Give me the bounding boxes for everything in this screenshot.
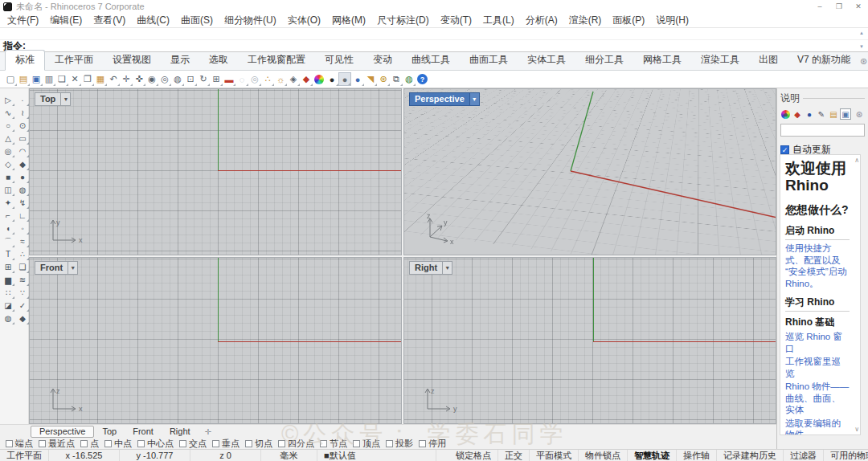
chevron-down-icon[interactable]: ▼ [470, 92, 480, 106]
snap-option[interactable]: 中点 [104, 438, 132, 450]
viewport-layout-icon[interactable]: ⊞ [210, 72, 223, 86]
help-content-item[interactable]: 欢迎使用 Rhino [785, 160, 850, 194]
new-file-icon[interactable]: ▢ [4, 72, 17, 86]
toolbar-tab[interactable]: 标准 [5, 50, 45, 71]
snap-checkbox[interactable] [6, 440, 13, 447]
menu-item[interactable]: 渲染(R) [563, 13, 608, 27]
hide-object-icon[interactable]: ◌ [235, 72, 248, 86]
status-cell[interactable]: 锁定格点 [449, 450, 498, 461]
weld-icon[interactable]: ◦ [16, 222, 29, 235]
snap-checkbox[interactable] [137, 440, 145, 447]
close-button[interactable]: ✕ [849, 0, 868, 13]
viewport-front[interactable]: Front ▼ z x [29, 257, 402, 424]
menu-item[interactable]: 查看(V) [88, 13, 131, 27]
snap-option[interactable]: 停用 [419, 438, 446, 450]
toolbar-tab[interactable]: 出图 [749, 51, 788, 70]
pan-icon[interactable]: ✛ [120, 72, 133, 86]
chevron-down-icon[interactable]: ▼ [61, 92, 71, 106]
snap-checkbox[interactable] [353, 440, 360, 447]
menu-item[interactable]: 曲线(C) [131, 13, 175, 27]
viewport-top[interactable]: Top ▼ y x [29, 88, 402, 255]
snap-option[interactable]: 垂点 [212, 438, 240, 450]
help-icon[interactable]: ? [417, 74, 428, 84]
sphere-tab-icon[interactable]: ● [804, 108, 815, 120]
viewport-front-label[interactable]: Front ▼ [35, 261, 78, 275]
menu-item[interactable]: 工具(L) [477, 13, 520, 27]
scroll-down-icon[interactable]: ∨ [854, 426, 859, 433]
shaded-display-icon[interactable]: ● [326, 72, 338, 86]
snap-checkbox[interactable] [39, 440, 46, 447]
viewport-right[interactable]: Right ▼ z y [403, 257, 776, 424]
boolean-union-icon[interactable]: ✦ [2, 197, 14, 209]
snap-checkbox[interactable] [179, 440, 186, 447]
status-cell[interactable]: ■默认值 [317, 450, 436, 461]
cut-icon[interactable]: ✕ [68, 72, 81, 86]
material-icon[interactable]: ● [314, 75, 324, 84]
snap-checkbox[interactable] [104, 440, 112, 447]
box-icon[interactable]: ■ [2, 171, 14, 183]
status-cell[interactable]: 正交 [498, 450, 530, 461]
help-content-item[interactable]: Rhino 物件——曲线、曲面、实体 [785, 381, 850, 416]
undo-icon[interactable]: ↶ [107, 72, 120, 86]
menu-item[interactable]: 细分物件(U) [219, 13, 282, 27]
status-cell[interactable]: 毫米 [261, 450, 317, 461]
viewport-top-label[interactable]: Top ▼ [35, 92, 71, 106]
snap-option[interactable]: 交点 [179, 438, 207, 450]
snap-checkbox[interactable] [212, 440, 219, 447]
polyline-icon[interactable]: △ [2, 133, 14, 145]
curve-tools-icon[interactable]: ⌒ [2, 235, 14, 247]
menu-item[interactable]: 尺寸标注(D) [371, 13, 435, 27]
toolbar-tab[interactable]: 设置视图 [103, 51, 161, 70]
toolbar-tab[interactable]: 细分工具 [575, 51, 633, 70]
rotate-view-icon[interactable]: ↻ [197, 72, 210, 86]
fillet-icon[interactable]: ⌐ [2, 210, 14, 222]
scroll-down-icon[interactable]: ▼ [859, 44, 864, 49]
rectangle-icon[interactable]: ▭ [16, 133, 29, 145]
block-icon[interactable]: ❏ [16, 261, 29, 273]
status-cell[interactable]: 物件锁点 [579, 450, 628, 461]
paste-icon[interactable]: ▦ [94, 72, 107, 86]
auto-update-checkbox[interactable]: ✓ [780, 145, 789, 154]
lock-icon[interactable]: ◈ [287, 72, 300, 86]
snap-option[interactable]: 切点 [245, 438, 272, 450]
show-object-icon[interactable]: ◎ [248, 72, 261, 86]
toolbar-tab[interactable]: 可见性 [315, 51, 363, 70]
solid-tools-icon[interactable]: ◍ [16, 184, 29, 196]
print-icon[interactable]: ▥ [43, 72, 55, 86]
viewport-tab[interactable]: Top [94, 426, 125, 437]
toolbar-tab[interactable]: 曲面工具 [460, 51, 518, 70]
earth-icon[interactable]: ◍ [403, 72, 416, 86]
snap-option[interactable]: 最近点 [39, 438, 75, 450]
pan-tabs-icon[interactable]: ✛ [205, 427, 211, 436]
viewport-right-label[interactable]: Right ▼ [409, 261, 452, 275]
panel-gear-icon[interactable]: ⊛ [854, 108, 865, 120]
notes-tab-icon[interactable]: ✎ [816, 108, 827, 120]
save-icon[interactable]: ▣ [30, 72, 43, 86]
snap-option[interactable]: 投影 [386, 438, 413, 450]
gold-wedge-icon[interactable]: ◆ [16, 312, 29, 324]
toolbar-tab[interactable]: 工作平面 [45, 51, 103, 70]
ellipse-icon[interactable]: ⊙ [16, 120, 29, 132]
open-file-icon[interactable]: ▤ [17, 72, 30, 86]
eraser-icon[interactable]: ▬ [223, 72, 235, 86]
viewport-perspective[interactable]: Perspective ▼ z y x [403, 88, 776, 255]
options-gear-icon[interactable]: ⊛ [377, 72, 390, 86]
help-content-item[interactable]: 巡览 Rhino 窗口 [785, 331, 850, 354]
tab-gear-icon[interactable]: ⊛ [860, 56, 867, 67]
minimize-button[interactable]: – [810, 0, 829, 13]
toolbar-tab[interactable]: 实体工具 [518, 51, 575, 70]
shade-icon[interactable]: ◍ [2, 312, 14, 324]
help-content-item[interactable]: 使用快捷方式、配置以及“安全模式”启动 Rhino。 [785, 243, 850, 289]
selection-filter-icon[interactable]: ◥ [364, 72, 377, 86]
snap-checkbox[interactable] [386, 440, 393, 447]
rebuild-icon[interactable]: ≈ [16, 235, 29, 247]
snap-option[interactable]: 点 [80, 438, 99, 450]
status-cell[interactable]: x -16.525 [49, 450, 120, 461]
surface-icon[interactable]: ◇ [2, 158, 14, 170]
join-icon[interactable]: ◖ [2, 222, 14, 235]
explode-icon[interactable]: ↯ [16, 197, 29, 209]
snap-checkbox[interactable] [278, 440, 285, 447]
toolbar-tab[interactable]: 网格工具 [633, 51, 691, 70]
trim-icon[interactable]: ◪ [2, 300, 14, 312]
sphere-icon[interactable]: ● [16, 171, 29, 183]
